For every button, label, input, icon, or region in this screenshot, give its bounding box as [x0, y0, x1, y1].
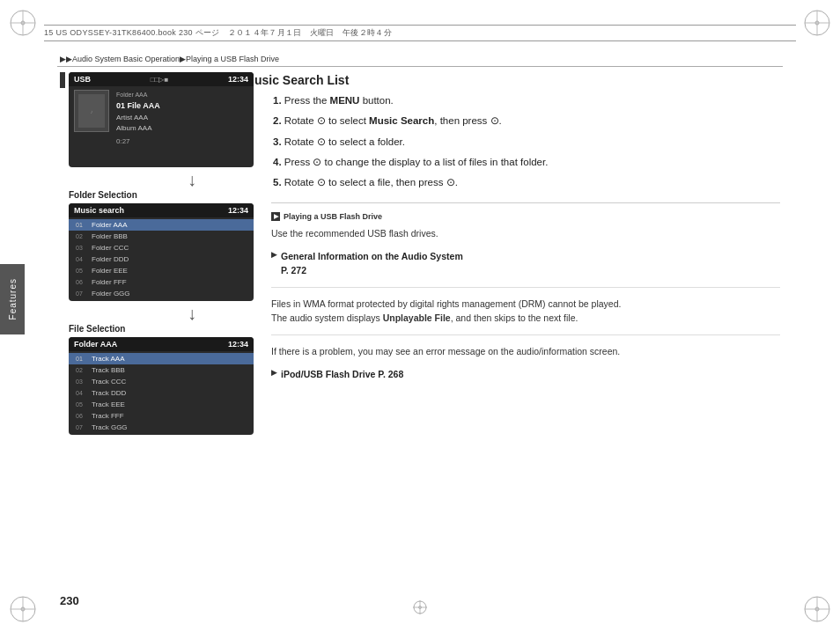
folder-item: 04Folder DDD	[69, 254, 254, 265]
note-link-1: ▶ General Information on the Audio Syste…	[271, 250, 780, 278]
album-line: Album AAA	[116, 123, 248, 135]
usb-screen-title: USB	[74, 75, 91, 84]
file-selection-header: Folder AAA 12:34	[69, 337, 254, 351]
folder-item: 01Folder AAA	[69, 219, 254, 231]
music-search-title: Music search	[74, 206, 124, 215]
folder-item: 05Folder EEE	[69, 265, 254, 276]
note-body-1: Use the recommended USB flash drives.	[271, 226, 780, 241]
file-selection-title: Folder AAA	[74, 340, 117, 349]
note-header-text: Playing a USB Flash Drive	[284, 212, 382, 221]
file-selection-screen: Folder AAA 12:34 01Track AAA02Track BBB0…	[69, 337, 254, 435]
music-search-screen: Music search 12:34 01Folder AAA02Folder …	[69, 203, 254, 301]
note-link-arrow-1: ▶	[271, 250, 277, 259]
usb-screen: USB □□▷■ 12:34 ♪ Folder AAA 01 File AAA …	[69, 72, 254, 167]
step-2: 2. Rotate ⊙ to select Music Search, then…	[271, 114, 780, 129]
file-item: 06Track FFF	[69, 410, 254, 422]
file-list: 01Track AAA02Track BBB03Track CCC04Track…	[69, 351, 254, 435]
note-link-text-2: iPod/USB Flash Drive P. 268	[281, 368, 403, 382]
corner-decoration-tl	[7, 7, 39, 39]
file-selection-time: 12:34	[228, 340, 248, 349]
main-content: How to Select a File from the Music Sear…	[60, 72, 780, 588]
folder-item: 03Folder CCC	[69, 242, 254, 254]
note-separator-2	[271, 334, 780, 335]
file-item: 02Track BBB	[69, 364, 254, 376]
corner-decoration-br	[801, 593, 833, 625]
step-1: 1. Press the MENU button.	[271, 93, 780, 108]
file-item: 07Track GGG	[69, 422, 254, 433]
folder-line: Folder AAA	[116, 90, 248, 99]
features-label: Features	[8, 278, 18, 320]
music-search-header: Music search 12:34	[69, 203, 254, 217]
step-5: 5. Rotate ⊙ to select a file, then press…	[271, 175, 780, 190]
usb-screen-header: USB □□▷■ 12:34	[69, 72, 254, 86]
note-body-3: If there is a problem, you may see an er…	[271, 344, 780, 359]
svg-text:♪: ♪	[91, 109, 93, 114]
steps-area: 1. Press the MENU button.2. Rotate ⊙ to …	[262, 93, 780, 385]
crosshair-bottom-center	[411, 599, 429, 616]
file-item: 03Track CCC	[69, 376, 254, 387]
folder-item: 07Folder GGG	[69, 288, 254, 299]
note-link-2: ▶ iPod/USB Flash Drive P. 268	[271, 368, 780, 382]
usb-screen-time: 12:34	[228, 75, 248, 84]
folder-list: 01Folder AAA02Folder BBB03Folder CCC04Fo…	[69, 217, 254, 301]
breadcrumb: ▶▶Audio System Basic Operation▶Playing a…	[60, 55, 279, 63]
file-item: 01Track AAA	[69, 353, 254, 364]
usb-screen-content: ♪ Folder AAA 01 File AAA Artist AAA Albu…	[69, 86, 254, 151]
breadcrumb-line	[57, 66, 783, 67]
track-info: Folder AAA 01 File AAA Artist AAA Album …	[116, 90, 248, 148]
file-item: 05Track EEE	[69, 399, 254, 410]
divider	[271, 202, 780, 203]
corner-decoration-tr	[801, 7, 833, 39]
right-panel: ▶ Playing a USB Flash Drive Use the reco…	[271, 212, 780, 381]
file-item: 04Track DDD	[69, 387, 254, 399]
note-body-2: Files in WMA format protected by digital…	[271, 297, 780, 327]
note-separator-1	[271, 287, 780, 288]
corner-decoration-bl	[7, 593, 39, 625]
note-link-text-1: General Information on the Audio System …	[281, 250, 463, 278]
step-3: 3. Rotate ⊙ to select a folder.	[271, 135, 780, 150]
artist-line: Artist AAA	[116, 113, 248, 124]
note-header: ▶ Playing a USB Flash Drive	[271, 212, 780, 221]
top-header: 15 US ODYSSEY-31TK86400.book 230 ページ ２０１…	[44, 25, 796, 41]
step-4: 4. Press ⊙ to change the display to a li…	[271, 155, 780, 170]
folder-item: 02Folder BBB	[69, 231, 254, 242]
page-number: 230	[60, 594, 79, 607]
music-search-time: 12:34	[228, 206, 248, 215]
album-art: ♪	[74, 90, 109, 132]
header-text: 15 US ODYSSEY-31TK86400.book 230 ページ ２０１…	[44, 27, 392, 39]
features-sidebar: Features	[0, 264, 25, 334]
folder-item: 06Folder FFF	[69, 276, 254, 288]
note-header-icon: ▶	[271, 212, 280, 221]
note-link-arrow-2: ▶	[271, 368, 277, 377]
usb-screen-icons: □□▷■	[151, 76, 169, 84]
time-display: 0:27	[116, 136, 248, 148]
file-line: 01 File AAA	[116, 99, 248, 112]
steps-list: 1. Press the MENU button.2. Rotate ⊙ to …	[271, 93, 780, 190]
